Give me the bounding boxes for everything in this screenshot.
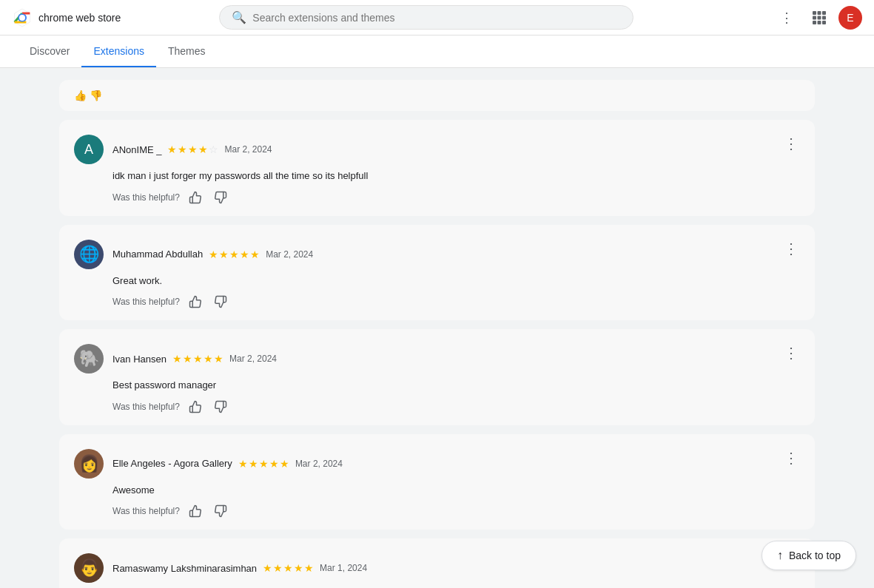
reviewer-name: Ivan Hansen [112, 354, 167, 365]
star-rating: ★★★★★ [172, 353, 223, 365]
star-rating: ★★★★★ [263, 562, 314, 574]
logo-text: chrome web store [38, 12, 121, 24]
helpful-label: Was this helpful? [112, 506, 180, 516]
review-header: A ANonIME _ ★★★★☆ Mar 2, 2024 [74, 135, 800, 164]
avatar: A [74, 135, 104, 164]
review-date: Mar 2, 2024 [229, 354, 277, 364]
review-more-options-button[interactable]: ⋮ [779, 446, 803, 470]
review-date: Mar 2, 2024 [224, 144, 272, 155]
review-text: idk man i just forger my passwords all t… [112, 169, 800, 183]
star-icon: ★ [250, 249, 260, 260]
review-meta: Ramaswamy Lakshminarasimhan ★★★★★ Mar 1,… [112, 562, 367, 574]
helpful-row: Was this helpful? [112, 399, 800, 415]
review-card: A ANonIME _ ★★★★☆ Mar 2, 2024 idk man i … [59, 120, 815, 216]
chrome-logo-icon [12, 7, 33, 28]
reviewer-name: Muhammad Abdullah [112, 249, 203, 260]
review-header: 🐘 Ivan Hansen ★★★★★ Mar 2, 2024 [74, 344, 800, 374]
star-icon: ★ [249, 458, 258, 470]
star-icon: ★ [294, 562, 303, 574]
back-to-top-label: Back to top [789, 550, 841, 561]
main-content: 👍 👎 A ANonIME _ ★★★★☆ Mar 2, 2024 idk ma… [0, 68, 874, 588]
helpful-row: Was this helpful? [112, 294, 800, 310]
review-meta: Elle Angeles - Agora Gallery ★★★★★ Mar 2… [112, 458, 343, 470]
svg-rect-4 [813, 11, 816, 15]
review-header: 👨 Ramaswamy Lakshminarasimhan ★★★★★ Mar … [74, 553, 800, 583]
thumbs-down-button[interactable] [211, 189, 230, 206]
account-avatar-button[interactable]: E [838, 6, 862, 30]
helpful-label: Was this helpful? [112, 297, 180, 307]
reviewer-name: Ramaswamy Lakshminarasimhan [112, 563, 257, 574]
nav-item-extensions[interactable]: Extensions [81, 36, 155, 67]
review-text: Best password manager [112, 378, 800, 393]
review-card: 👨 Ramaswamy Lakshminarasimhan ★★★★★ Mar … [59, 538, 815, 588]
review-meta: Ivan Hansen ★★★★★ Mar 2, 2024 [112, 353, 277, 365]
star-icon: ★ [198, 143, 208, 155]
svg-rect-5 [817, 11, 821, 15]
star-icon: ★ [214, 353, 223, 365]
review-meta: Muhammad Abdullah ★★★★★ Mar 2, 2024 [112, 249, 313, 260]
partial-card-icons: 👍 👎 [74, 89, 102, 101]
search-input[interactable] [252, 12, 621, 24]
svg-rect-9 [822, 16, 826, 19]
svg-rect-6 [822, 11, 826, 15]
thumbs-down-button[interactable] [211, 294, 230, 310]
search-bar[interactable]: 🔍 [219, 5, 633, 30]
review-card: 🐘 Ivan Hansen ★★★★★ Mar 2, 2024 Best pas… [59, 329, 815, 425]
star-icon: ★ [240, 249, 249, 260]
avatar: 🐘 [74, 344, 104, 374]
svg-rect-12 [822, 21, 826, 24]
review-more-options-button[interactable]: ⋮ [779, 341, 803, 365]
review-header: 🌐 Muhammad Abdullah ★★★★★ Mar 2, 2024 [74, 240, 800, 269]
avatar: 🌐 [74, 240, 104, 269]
svg-point-3 [19, 15, 25, 21]
svg-rect-10 [813, 21, 816, 24]
review-date: Mar 1, 2024 [320, 563, 367, 573]
review-more-options-button[interactable]: ⋮ [779, 237, 803, 260]
thumbs-down-button[interactable] [211, 399, 230, 415]
nav: Discover Extensions Themes [0, 36, 874, 68]
star-icon: ★ [304, 562, 314, 574]
partial-review-card: 👍 👎 [59, 80, 815, 111]
review-header: 👩 Elle Angeles - Agora Gallery ★★★★★ Mar… [74, 449, 800, 479]
review-text: Great work. [112, 274, 800, 288]
star-icon: ★ [172, 353, 182, 365]
star-icon: ☆ [209, 143, 218, 155]
star-icon: ★ [280, 458, 289, 470]
logo-area: chrome web store [12, 7, 145, 28]
thumbs-up-button[interactable] [186, 399, 205, 415]
avatar: 👨 [74, 553, 104, 583]
header: chrome web store 🔍 ⋮ E [0, 0, 874, 36]
svg-rect-8 [817, 16, 821, 19]
star-icon: ★ [263, 562, 272, 574]
star-icon: ★ [283, 562, 293, 574]
review-more-options-button[interactable]: ⋮ [779, 132, 803, 155]
star-icon: ★ [238, 458, 248, 470]
thumbs-up-button[interactable] [186, 189, 205, 206]
star-icon: ★ [209, 249, 218, 260]
star-icon: ★ [183, 353, 192, 365]
apps-button[interactable] [806, 4, 833, 31]
star-rating: ★★★★☆ [167, 143, 218, 155]
star-icon: ★ [269, 458, 279, 470]
arrow-up-icon: ↑ [777, 549, 783, 562]
svg-rect-11 [817, 21, 821, 24]
back-to-top-button[interactable]: ↑ Back to top [762, 541, 856, 570]
svg-rect-7 [813, 16, 816, 19]
star-icon: ★ [188, 143, 198, 155]
review-date: Mar 2, 2024 [295, 459, 343, 469]
helpful-row: Was this helpful? [112, 503, 800, 519]
star-icon: ★ [229, 249, 239, 260]
helpful-label: Was this helpful? [112, 192, 180, 203]
nav-item-discover[interactable]: Discover [18, 36, 81, 67]
nav-item-themes[interactable]: Themes [156, 36, 218, 67]
review-text: Awesome [112, 483, 800, 498]
thumbs-down-button[interactable] [211, 503, 230, 519]
thumbs-up-button[interactable] [186, 294, 205, 310]
header-icons: ⋮ E [773, 4, 862, 31]
star-icon: ★ [259, 458, 269, 470]
star-icon: ★ [178, 143, 187, 155]
more-options-button[interactable]: ⋮ [773, 4, 800, 31]
star-rating: ★★★★★ [209, 249, 260, 260]
review-card: 👩 Elle Angeles - Agora Gallery ★★★★★ Mar… [59, 434, 815, 530]
thumbs-up-button[interactable] [186, 503, 205, 519]
